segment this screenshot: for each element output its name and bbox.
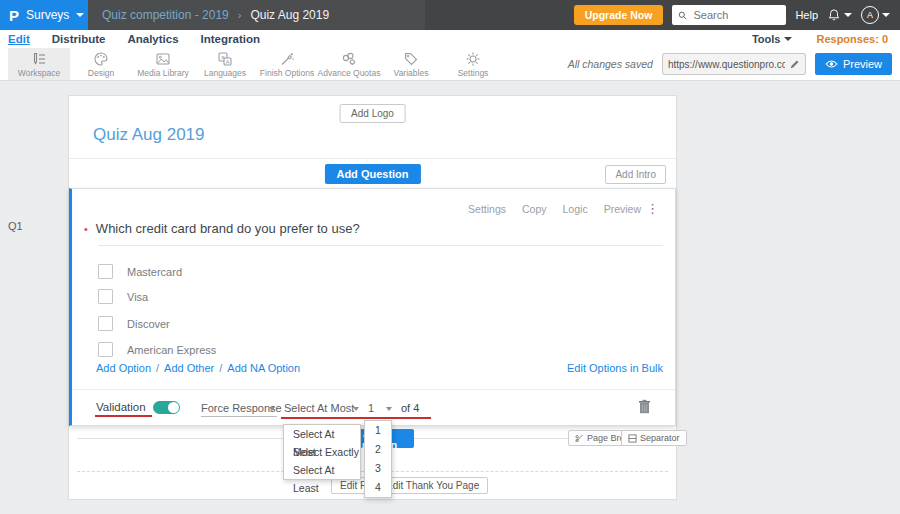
product-label: Surveys — [26, 8, 69, 22]
toolbar-item-variables[interactable]: Variables — [380, 48, 442, 80]
bell-icon — [827, 8, 841, 22]
option-checkbox[interactable] — [98, 264, 113, 279]
menu-item-select-at-most[interactable]: Select At Most — [284, 425, 360, 443]
trash-icon — [638, 399, 651, 414]
add-option-links: Add Option / Add Other / Add NA Option — [96, 362, 300, 374]
force-response-underline — [201, 416, 277, 417]
required-asterisk: • — [84, 223, 88, 235]
toolbar-item-label: Workspace — [18, 68, 60, 78]
option-label[interactable]: Discover — [127, 318, 170, 330]
toolbar-item-label: Languages — [204, 68, 246, 78]
toolbar-item-label: Variables — [394, 68, 429, 78]
menu-item-select-at-least[interactable]: Select At Least — [284, 461, 360, 479]
chevron-down-icon — [76, 13, 84, 17]
kebab-menu-icon[interactable]: ⋮ — [646, 201, 659, 216]
tab-edit[interactable]: Edit — [8, 33, 30, 45]
toolbar-item-media-library[interactable]: Media Library — [132, 48, 194, 80]
workspace-icon — [31, 51, 47, 67]
edit-url-pencil-icon[interactable] — [789, 59, 800, 70]
add-logo-button[interactable]: Add Logo — [339, 104, 406, 123]
toolbar-item-label: Design — [88, 68, 114, 78]
page-break-icon — [575, 434, 584, 443]
chevron-down-icon[interactable] — [269, 407, 275, 411]
add-intro-button[interactable]: Add Intro — [605, 165, 666, 184]
option-label[interactable]: American Express — [127, 344, 216, 356]
menu-item-count-2[interactable]: 2 — [365, 440, 391, 459]
upgrade-now-button[interactable]: Upgrade Now — [574, 5, 664, 25]
add-option-link[interactable]: Add Option — [96, 362, 151, 374]
preview-button[interactable]: Preview — [815, 53, 892, 75]
validation-count-dropdown[interactable]: 1 — [368, 402, 374, 414]
option-checkbox[interactable] — [98, 316, 113, 331]
option-label[interactable]: Mastercard — [127, 266, 182, 278]
validation-rule-dropdown[interactable]: Select At Most — [284, 402, 354, 414]
search-input[interactable] — [692, 8, 781, 22]
question-preview-link[interactable]: Preview — [604, 203, 641, 215]
top-bar: P Surveys Quiz competition - 2019 › Quiz… — [0, 0, 900, 30]
survey-title[interactable]: Quiz Aug 2019 — [93, 125, 205, 145]
option-label[interactable]: Visa — [127, 291, 148, 303]
toolbar-item-label: Finish Options — [260, 68, 314, 78]
validation-count-dropdown-menu: 1 2 3 4 — [364, 420, 392, 498]
delete-question-button[interactable] — [638, 399, 651, 418]
toolbar-item-settings[interactable]: Settings — [442, 48, 504, 80]
question-copy-link[interactable]: Copy — [522, 203, 547, 215]
notifications-menu[interactable] — [827, 8, 852, 22]
question-text[interactable]: Which credit card brand do you prefer to… — [96, 221, 360, 236]
toolbar-item-workspace[interactable]: Workspace — [8, 48, 70, 80]
breadcrumb-parent-link[interactable]: Quiz competition - 2019 — [102, 8, 229, 22]
tab-distribute[interactable]: Distribute — [52, 33, 106, 45]
preview-label: Preview — [843, 58, 882, 70]
chevron-down-icon[interactable] — [386, 407, 392, 411]
tools-label: Tools — [752, 33, 781, 45]
tab-integration[interactable]: Integration — [201, 33, 260, 45]
menu-item-count-1[interactable]: 1 — [365, 421, 391, 440]
question-settings-link[interactable]: Settings — [468, 203, 506, 215]
survey-url-field[interactable]: https://www.questionpro.com/t/APNrFZ — [662, 53, 806, 75]
separator-label: Separator — [640, 433, 680, 443]
option-checkbox[interactable] — [98, 342, 113, 357]
question-logic-link[interactable]: Logic — [563, 203, 588, 215]
responses-count[interactable]: Responses: 0 — [816, 33, 888, 45]
surveys-product-menu[interactable]: P Surveys — [0, 0, 88, 30]
questionpro-logo-icon: P — [9, 8, 19, 23]
tab-analytics[interactable]: Analytics — [127, 33, 178, 45]
translate-icon: aA — [217, 51, 233, 67]
survey-url: https://www.questionpro.com/t/APNrFZ — [668, 59, 785, 70]
edit-options-in-bulk-link[interactable]: Edit Options in Bulk — [567, 362, 663, 374]
tools-menu[interactable]: Tools — [752, 33, 793, 45]
section-nav: Edit Distribute Analytics Integration To… — [0, 30, 900, 48]
link-separator: / — [219, 362, 222, 374]
edit-thank-you-page-button[interactable]: Edit Thank You Page — [377, 477, 488, 494]
menu-item-count-3[interactable]: 3 — [365, 459, 391, 478]
toolbar-item-design[interactable]: Design — [70, 48, 132, 80]
palette-icon — [93, 51, 109, 67]
divider — [69, 158, 676, 159]
link-separator: / — [156, 362, 159, 374]
add-other-link[interactable]: Add Other — [164, 362, 214, 374]
tag-icon — [403, 51, 419, 67]
question-number-label: Q1 — [8, 220, 23, 232]
add-na-option-link[interactable]: Add NA Option — [227, 362, 300, 374]
menu-item-count-4[interactable]: 4 — [365, 478, 391, 497]
magic-wand-icon — [279, 51, 295, 67]
answer-option-row: Mastercard — [98, 264, 182, 279]
option-checkbox[interactable] — [98, 289, 113, 304]
chevron-down-icon[interactable] — [353, 407, 359, 411]
toolbar-item-languages[interactable]: aA Languages — [194, 48, 256, 80]
toolbar-item-finish-options[interactable]: Finish Options — [256, 48, 318, 80]
separator-button[interactable]: Separator — [621, 430, 687, 446]
breadcrumb: Quiz competition - 2019 › Quiz Aug 2019 — [88, 0, 425, 30]
account-menu[interactable]: A — [861, 6, 890, 24]
toolbar-item-label: Media Library — [137, 68, 189, 78]
question-actions: Settings Copy Logic Preview — [468, 203, 641, 215]
toolbar-item-advance-quotas[interactable]: Advance Quotas — [318, 48, 380, 80]
breadcrumb-separator: › — [238, 9, 242, 21]
help-link[interactable]: Help — [795, 9, 818, 21]
search-box[interactable] — [672, 5, 786, 25]
validation-toggle[interactable] — [153, 401, 180, 414]
menu-item-select-exactly[interactable]: Select Exactly — [284, 443, 360, 461]
breadcrumb-current: Quiz Aug 2019 — [250, 8, 329, 22]
add-question-button[interactable]: Add Question — [324, 164, 420, 184]
red-annotation-underline — [95, 415, 152, 417]
